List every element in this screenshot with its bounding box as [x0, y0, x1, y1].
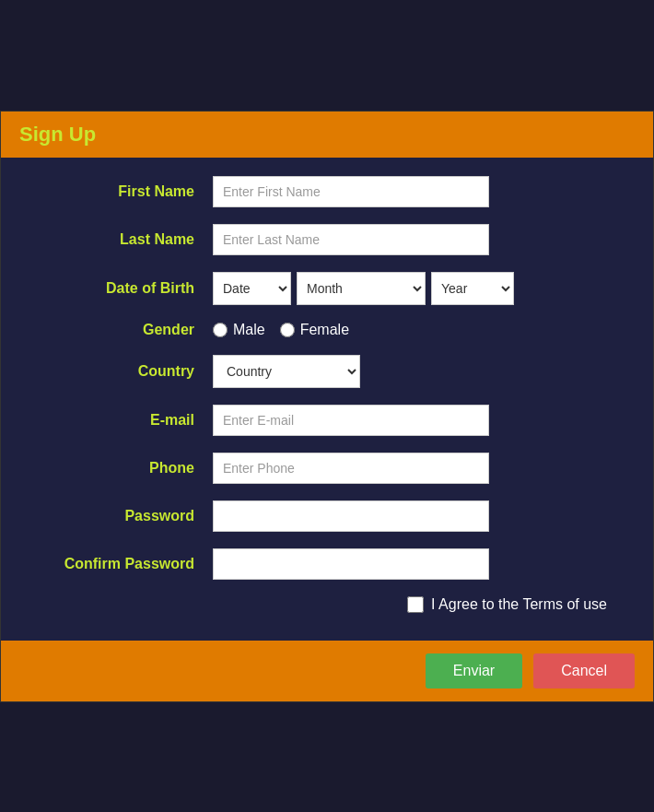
- first-name-label: First Name: [29, 183, 213, 200]
- last-name-label: Last Name: [29, 231, 213, 248]
- gender-group: Male Female: [213, 322, 349, 338]
- confirm-password-row: Confirm Password: [29, 548, 625, 580]
- gender-female-radio[interactable]: [280, 323, 295, 337]
- country-select[interactable]: Country AfghanistanAlbaniaAlgeriaArgenti…: [213, 355, 360, 388]
- first-name-row: First Name: [29, 176, 625, 207]
- email-input[interactable]: [213, 405, 489, 436]
- password-row: Password: [29, 500, 625, 532]
- password-input[interactable]: [213, 500, 489, 532]
- dob-group: Date 12345678910111213141516171819202122…: [213, 272, 514, 305]
- cancel-button[interactable]: Cancel: [533, 653, 635, 688]
- form-title: Sign Up: [19, 123, 635, 147]
- password-label: Password: [29, 508, 213, 524]
- dob-row: Date of Birth Date 123456789101112131415…: [29, 272, 625, 305]
- gender-male-option[interactable]: Male: [213, 322, 265, 338]
- form-footer: Enviar Cancel: [1, 641, 653, 701]
- country-row: Country Country AfghanistanAlbaniaAlgeri…: [29, 355, 625, 388]
- phone-row: Phone: [29, 453, 625, 484]
- gender-female-option[interactable]: Female: [280, 322, 349, 338]
- dob-date-select[interactable]: Date 12345678910111213141516171819202122…: [213, 272, 291, 305]
- phone-label: Phone: [29, 460, 213, 477]
- terms-label[interactable]: I Agree to the Terms of use: [431, 596, 607, 613]
- dob-year-select[interactable]: Year 20242023202220102000199019801970196…: [431, 272, 514, 305]
- country-label: Country: [29, 363, 213, 380]
- terms-row: I Agree to the Terms of use: [29, 596, 625, 613]
- email-row: E-mail: [29, 405, 625, 436]
- terms-group: I Agree to the Terms of use: [407, 596, 607, 613]
- confirm-password-label: Confirm Password: [29, 556, 213, 572]
- terms-checkbox[interactable]: [407, 596, 424, 613]
- last-name-input[interactable]: [213, 224, 489, 255]
- gender-male-radio[interactable]: [213, 323, 228, 337]
- gender-label: Gender: [29, 322, 213, 338]
- gender-row: Gender Male Female: [29, 322, 625, 338]
- first-name-input[interactable]: [213, 176, 489, 207]
- dob-label: Date of Birth: [29, 280, 213, 297]
- last-name-row: Last Name: [29, 224, 625, 255]
- confirm-password-input[interactable]: [213, 548, 489, 580]
- gender-female-label: Female: [300, 322, 349, 338]
- form-header: Sign Up: [1, 112, 653, 158]
- form-body: First Name Last Name Date of Birth Date …: [1, 158, 653, 641]
- signup-form-container: Sign Up First Name Last Name Date of Bir…: [0, 111, 654, 702]
- dob-month-select[interactable]: Month JanuaryFebruaryMarchAprilMayJuneJu…: [297, 272, 426, 305]
- gender-male-label: Male: [233, 322, 265, 338]
- submit-button[interactable]: Enviar: [426, 653, 522, 688]
- email-label: E-mail: [29, 412, 213, 429]
- phone-input[interactable]: [213, 453, 489, 484]
